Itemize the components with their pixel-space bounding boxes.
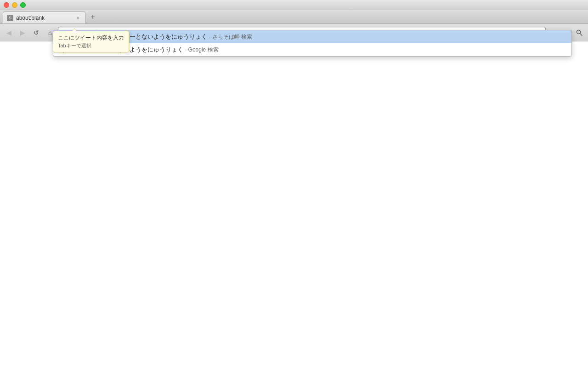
autocomplete-source-0: - さらそば岬 検索	[209, 34, 252, 40]
tab-close-button[interactable]: ×	[75, 15, 81, 21]
title-bar	[0, 0, 588, 10]
tab-favicon: S	[7, 15, 13, 21]
tab-bar: S about:blank × +	[0, 10, 588, 24]
minimize-button[interactable]	[12, 2, 17, 8]
search-button[interactable]	[573, 27, 585, 39]
svg-line-1	[580, 33, 582, 35]
autocomplete-text-1: ss ここについーとないようをにゅうりょく - Google 検索	[68, 46, 568, 54]
tab-about-blank[interactable]: S about:blank ×	[3, 12, 85, 23]
tab-title: about:blank	[16, 15, 72, 21]
search-icon	[576, 29, 582, 36]
autocomplete-item-1[interactable]: ss ここについーとないようをにゅうりょく - Google 検索	[53, 43, 571, 56]
autocomplete-dropdown: S さらそば岬 ここについーとないようをにゅうりょく - さらそば岬 検索 ss…	[53, 30, 572, 57]
main-content	[0, 41, 588, 368]
tooltip-line1: ここにツイート内容を入力	[58, 34, 124, 42]
close-button[interactable]	[4, 2, 9, 8]
autocomplete-item-0[interactable]: S さらそば岬 ここについーとないようをにゅうりょく - さらそば岬 検索	[53, 30, 571, 43]
reload-button[interactable]: ↺	[30, 27, 42, 39]
back-button[interactable]: ◀	[3, 27, 15, 39]
new-tab-button[interactable]: +	[87, 12, 98, 23]
autocomplete-source-1: - Google 検索	[185, 46, 218, 53]
tooltip-line2: Tabキーで選択	[58, 42, 124, 49]
autocomplete-text-0: さらそば岬 ここについーとないようをにゅうりょく - さらそば岬 検索	[68, 33, 568, 41]
maximize-button[interactable]	[20, 2, 26, 8]
forward-button[interactable]: ▶	[17, 27, 28, 39]
tooltip-bubble: ここにツイート内容を入力 Tabキーで選択	[53, 31, 129, 52]
